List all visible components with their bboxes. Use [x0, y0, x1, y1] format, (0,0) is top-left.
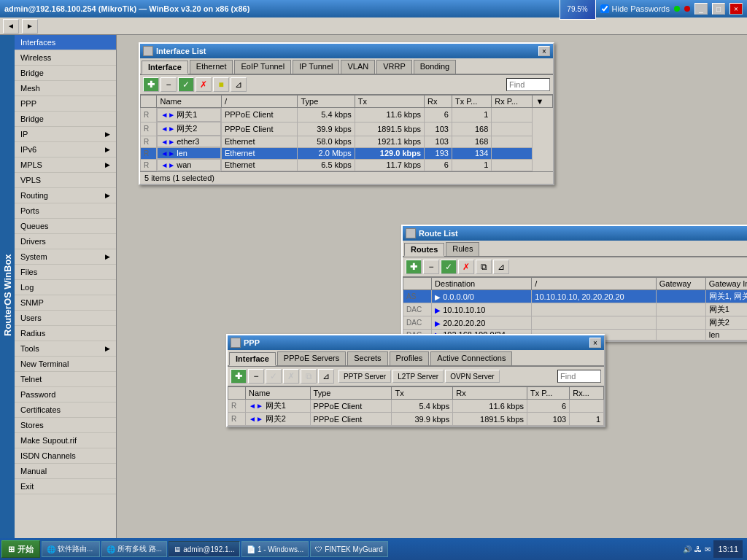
sidebar-item-bridge[interactable]: Bridge [15, 66, 116, 81]
pptp-server-button[interactable]: PPTP Server [338, 370, 391, 383]
sidebar-item-manual[interactable]: Manual [15, 464, 116, 479]
tab-active-conn[interactable]: Active Connections [430, 351, 512, 365]
add-button-ppp[interactable]: ✚ [231, 369, 247, 384]
col-rx-ppp[interactable]: Rx [453, 387, 527, 400]
sidebar-item-interfaces[interactable]: Interfaces [15, 35, 116, 50]
add-button-iface[interactable]: ✚ [143, 77, 159, 92]
tab-secrets[interactable]: Secrets [347, 351, 387, 365]
table-row[interactable]: R ◄► ether3 Ethernet 58.0 kbps 1921.1 kb… [141, 136, 553, 147]
col-sort-iface[interactable]: / [221, 96, 298, 108]
filter-button-route[interactable]: ⊿ [493, 260, 509, 274]
table-row[interactable]: R ◄► len Ethernet 2.0 Mbps 129.0 kbps 19… [141, 147, 553, 159]
sidebar-item-queues[interactable]: Queues [15, 219, 116, 234]
tab-pppoe-servers[interactable]: PPPoE Servers [277, 351, 346, 365]
sidebar-item-ppp[interactable]: PPP [15, 96, 116, 112]
sidebar-item-stores[interactable]: Stores [15, 418, 116, 433]
col-rxp-iface[interactable]: Rx P... [492, 96, 533, 108]
col-txp-iface[interactable]: Tx P... [452, 96, 491, 108]
sidebar-item-isdn-channels[interactable]: ISDN Channels [15, 448, 116, 464]
sidebar-item-mesh[interactable]: Mesh [15, 81, 116, 96]
col-rowtype-ppp[interactable]: Type [310, 387, 392, 400]
table-row[interactable]: R ◄► 网关1 PPPoE Client 5.4 kbps 11.6 kbps… [228, 400, 604, 413]
sidebar-item-users[interactable]: Users [15, 311, 116, 326]
add-button-route[interactable]: ✚ [406, 260, 422, 274]
table-row[interactable]: AS ▶ 0.0.0.0/0 10.10.10.10, 20.20.20.20 … [403, 290, 748, 303]
ovpn-server-button[interactable]: OVPN Server [445, 370, 500, 383]
sidebar-item-mpls[interactable]: MPLS▶ [15, 158, 116, 173]
l2tp-server-button[interactable]: L2TP Server [392, 370, 444, 383]
table-row[interactable]: DAC ▶ 20.20.20.20 网关2 [403, 316, 748, 330]
find-input-ppp[interactable] [557, 370, 601, 383]
table-row[interactable]: R ◄► wan Ethernet 6.5 kbps 11.7 kbps 6 1 [141, 159, 553, 171]
interface-list-close[interactable]: × [538, 46, 550, 56]
remove-button-ppp[interactable]: − [248, 369, 264, 384]
table-row[interactable]: R ◄► 网关2 PPPoE Client 39.9 kbps 1891.5 k… [228, 413, 604, 426]
find-input-iface[interactable] [506, 78, 550, 91]
col-rxp-ppp[interactable]: Rx... [570, 387, 604, 400]
tab-bonding[interactable]: Bonding [414, 60, 456, 74]
remove-button-route[interactable]: − [423, 260, 439, 274]
table-row[interactable]: R ◄► 网关1 PPPoE Client 5.4 kbps 11.6 kbps… [141, 108, 553, 122]
tab-ip-tunnel[interactable]: IP Tunnel [293, 60, 339, 74]
route-list-titlebar[interactable]: Route List × [403, 226, 747, 241]
col-name-ppp[interactable]: Name [245, 387, 310, 400]
hide-passwords-area[interactable]: Hide Passwords [600, 4, 670, 13]
sidebar-item-routing[interactable]: Routing▶ [15, 188, 116, 203]
col-extra-iface[interactable]: ▼ [533, 96, 553, 108]
sidebar-item-ports[interactable]: Ports [15, 203, 116, 219]
taskbar-item-windows[interactable]: 📄 1 - Windows... [241, 541, 309, 557]
sidebar-item-wireless[interactable]: Wireless [15, 50, 116, 66]
taskbar-item-fintek[interactable]: 🛡 FINTEK MyGuard [310, 541, 387, 557]
tab-vlan[interactable]: VLAN [341, 60, 375, 74]
tab-vrrp[interactable]: VRRP [376, 60, 412, 74]
tab-ppp-interface[interactable]: Interface [229, 352, 276, 366]
col-name-iface[interactable]: Name [157, 96, 221, 108]
sidebar-item-bridge2[interactable]: Bridge [15, 112, 116, 127]
interface-list-titlebar[interactable]: Interface List × [140, 44, 553, 58]
sidebar-item-make-supout[interactable]: Make Supout.rif [15, 433, 116, 448]
sidebar-item-snmp[interactable]: SNMP [15, 295, 116, 311]
col-tx-iface[interactable]: Tx [355, 96, 424, 108]
sidebar-item-password[interactable]: Password [15, 387, 116, 402]
col-gw-route[interactable]: Gateway [656, 278, 705, 290]
sidebar-item-vpls[interactable]: VPLS [15, 173, 116, 188]
table-row[interactable]: R ◄► 网关2 PPPoE Client 39.9 kbps 1891.5 k… [141, 122, 553, 136]
maximize-button[interactable]: □ [712, 3, 725, 15]
col-tx-ppp[interactable]: Tx [392, 387, 453, 400]
disable-button-route[interactable]: ✗ [458, 260, 474, 274]
col-txp-ppp[interactable]: Tx P... [527, 387, 570, 400]
copy-button-route[interactable]: ⧉ [476, 260, 492, 274]
sidebar-item-certificates[interactable]: Certificates [15, 402, 116, 418]
minimize-button[interactable]: _ [694, 3, 708, 15]
start-button[interactable]: ⊞ 开始 [1, 540, 40, 558]
sidebar-item-exit[interactable]: Exit [15, 479, 116, 494]
back-button[interactable]: ◄ [3, 19, 19, 34]
tab-eoip-tunnel[interactable]: EoIP Tunnel [234, 60, 291, 74]
enable-button-iface[interactable]: ✓ [178, 77, 194, 92]
comment-button-iface[interactable]: ■ [213, 77, 229, 92]
forward-button[interactable]: ► [22, 19, 38, 34]
sidebar-item-log[interactable]: Log [15, 280, 116, 295]
tab-routes[interactable]: Routes [404, 243, 444, 257]
tab-profiles[interactable]: Profiles [390, 351, 430, 365]
col-dest-route[interactable]: Destination [432, 278, 532, 290]
ppp-titlebar[interactable]: PPP × [228, 335, 604, 350]
sidebar-item-system[interactable]: System▶ [15, 249, 116, 265]
filter-button-ppp[interactable]: ⊿ [318, 369, 334, 384]
tab-rules[interactable]: Rules [446, 242, 479, 256]
close-button[interactable]: × [729, 3, 743, 15]
filter-button-iface[interactable]: ⊿ [231, 77, 247, 92]
remove-button-iface[interactable]: − [160, 77, 177, 92]
taskbar-item-admin[interactable]: 🖥 admin@192.1... [169, 541, 240, 557]
enable-button-route[interactable]: ✓ [441, 260, 457, 274]
col-rowtype-iface[interactable]: Type [298, 96, 355, 108]
col-rx-iface[interactable]: Rx [425, 96, 452, 108]
sidebar-item-radius[interactable]: Radius [15, 326, 116, 341]
col-gwint-route[interactable]: Gateway Int... [705, 278, 747, 290]
sidebar-item-telnet[interactable]: Telnet [15, 372, 116, 387]
taskbar-item-software[interactable]: 🌐 软件路由... [42, 541, 100, 557]
hide-passwords-checkbox[interactable] [600, 4, 609, 13]
disable-button-ppp[interactable]: ✗ [283, 369, 299, 384]
tab-interface[interactable]: Interface [142, 61, 188, 74]
table-row[interactable]: DAC ▶ 10.10.10.10 网关1 [403, 303, 748, 316]
